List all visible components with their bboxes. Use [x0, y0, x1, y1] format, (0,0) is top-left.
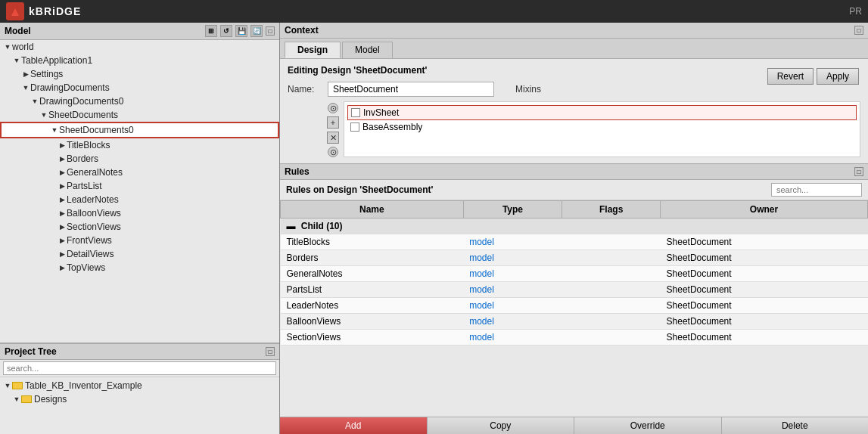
toggle-topviews[interactable]: ▶	[58, 263, 67, 272]
tree-item-frontviews[interactable]: ▶ FrontViews	[0, 234, 279, 247]
toggle-leadernotes[interactable]: ▶	[58, 195, 67, 204]
tree-item-settings[interactable]: ▶ Settings	[0, 67, 279, 81]
toggle-balloonviews[interactable]: ▶	[58, 209, 67, 218]
cell-type-0: model	[463, 234, 562, 250]
model-icon3[interactable]: 💾	[235, 25, 247, 37]
label-leadernotes: LeaderNotes	[67, 194, 119, 205]
toggle-detailviews[interactable]: ▶	[58, 250, 67, 259]
tab-design[interactable]: Design	[285, 42, 341, 58]
tree-item-world[interactable]: ▼ world	[0, 40, 279, 54]
project-item-designs[interactable]: ▼ Designs	[0, 392, 279, 406]
cell-type-4: model	[463, 298, 562, 314]
toggle-partslists[interactable]: ▶	[58, 181, 67, 191]
table-row[interactable]: BalloonViews model SheetDocument	[281, 314, 868, 330]
label-borders: Borders	[67, 153, 98, 164]
label-drawingdocs: DrawingDocuments	[30, 82, 110, 93]
model-icon1[interactable]: ⊞	[205, 25, 217, 37]
cell-name-6: SectionViews	[281, 330, 464, 346]
cell-flags-6	[562, 330, 661, 346]
toggle-drawingdocs0[interactable]: ▼	[30, 97, 39, 106]
model-icon4[interactable]: 🔄	[250, 25, 263, 37]
tree-item-sheetdocs[interactable]: ▼ SheetDocuments	[0, 108, 279, 122]
tree-item-titleblocks[interactable]: ▶ TitleBlocks	[0, 138, 279, 152]
label-detailviews: DetailViews	[67, 249, 114, 259]
cell-owner-3: SheetDocument	[661, 282, 868, 298]
rules-maximize[interactable]: □	[854, 167, 863, 176]
context-maximize[interactable]: □	[854, 26, 863, 35]
toggle-settings[interactable]: ▶	[21, 70, 30, 79]
rules-bottom-bar: Add Copy Override Delete	[280, 417, 868, 434]
project-panel-title: Project Tree	[5, 346, 57, 357]
tree-item-sheetdocs0[interactable]: ▼ SheetDocuments0	[0, 122, 279, 138]
mixin-btn-add[interactable]: +	[327, 116, 339, 129]
table-row[interactable]: PartsList model SheetDocument	[281, 282, 868, 298]
rules-subtitle: Rules on Design 'SheetDocument'	[286, 184, 433, 195]
mixin-checkbox-invsheet[interactable]	[351, 108, 360, 117]
tree-item-borders[interactable]: ▶ Borders	[0, 152, 279, 166]
label-balloonviews: BalloonViews	[67, 208, 121, 219]
mixin-item-invsheet[interactable]: InvSheet	[347, 105, 857, 120]
mixin-btn-remove[interactable]: ✕	[327, 132, 339, 144]
toggle-sheetdocs0[interactable]: ▼	[50, 126, 59, 135]
cell-flags-1	[562, 250, 661, 266]
toggle-borders[interactable]: ▶	[58, 154, 67, 163]
mixins-list: InvSheet BaseAssembly	[344, 101, 860, 157]
btn-add[interactable]: Add	[280, 417, 428, 434]
toggle-drawingdocs[interactable]: ▼	[21, 83, 30, 92]
table-row[interactable]: TitleBlocks model SheetDocument	[281, 234, 868, 250]
rules-section: Rules □ Rules on Design 'SheetDocument' …	[280, 164, 868, 434]
btn-override[interactable]: Override	[574, 417, 722, 434]
project-maximize[interactable]: □	[266, 347, 275, 356]
mixin-btn-circle-up[interactable]: ⊙	[328, 103, 338, 113]
model-icon2[interactable]: ↺	[220, 25, 232, 37]
toggle-titleblocks[interactable]: ▶	[58, 141, 67, 150]
name-input[interactable]	[328, 82, 494, 97]
rules-search-input[interactable]	[771, 183, 862, 197]
toggle-generalnotes[interactable]: ▶	[58, 168, 67, 177]
toggle-designs[interactable]: ▼	[12, 395, 21, 404]
tree-item-partslists[interactable]: ▶ PartsList	[0, 179, 279, 193]
group-collapse-icon[interactable]: ▬	[287, 221, 296, 231]
btn-delete[interactable]: Delete	[722, 417, 869, 434]
tree-item-generalnotes[interactable]: ▶ GeneralNotes	[0, 166, 279, 179]
mixin-checkbox-baseassembly[interactable]	[350, 122, 359, 132]
cell-owner-2: SheetDocument	[661, 266, 868, 282]
tree-item-tableapp[interactable]: ▼ TableApplication1	[0, 54, 279, 67]
toggle-table-kb[interactable]: ▼	[3, 381, 12, 390]
mixin-item-baseassembly[interactable]: BaseAssembly	[347, 120, 857, 134]
toggle-frontviews[interactable]: ▶	[58, 236, 67, 245]
toggle-sheetdocs[interactable]: ▼	[39, 110, 48, 119]
tree-item-balloonviews[interactable]: ▶ BalloonViews	[0, 206, 279, 220]
tab-model[interactable]: Model	[342, 42, 393, 58]
cell-name-2: GeneralNotes	[281, 266, 464, 282]
table-row[interactable]: LeaderNotes model SheetDocument	[281, 298, 868, 314]
rules-title: Rules	[285, 166, 310, 177]
btn-copy[interactable]: Copy	[428, 417, 575, 434]
revert-button[interactable]: Revert	[767, 68, 814, 85]
project-search-input[interactable]	[3, 361, 276, 375]
table-row[interactable]: Borders model SheetDocument	[281, 250, 868, 266]
model-maximize[interactable]: □	[266, 26, 275, 36]
label-titleblocks: TitleBlocks	[67, 140, 110, 150]
toggle-world[interactable]: ▼	[3, 42, 12, 51]
cell-owner-6: SheetDocument	[661, 330, 868, 346]
label-sheetdocs: SheetDocuments	[48, 110, 118, 120]
table-row[interactable]: SectionViews model SheetDocument	[281, 330, 868, 346]
tree-item-drawingdocs[interactable]: ▼ DrawingDocuments	[0, 81, 279, 95]
project-item-table[interactable]: ▼ Table_KB_Inventor_Example	[0, 379, 279, 392]
tree-item-sectionviews[interactable]: ▶ SectionViews	[0, 220, 279, 234]
tree-item-detailviews[interactable]: ▶ DetailViews	[0, 247, 279, 261]
toggle-tableapp[interactable]: ▼	[12, 56, 21, 65]
mixin-label-baseassembly: BaseAssembly	[362, 122, 422, 132]
tree-item-leadernotes[interactable]: ▶ LeaderNotes	[0, 193, 279, 206]
tree-item-topviews[interactable]: ▶ TopViews	[0, 261, 279, 274]
apply-button[interactable]: Apply	[817, 68, 859, 85]
tree-item-drawingdocs0[interactable]: ▼ DrawingDocuments0	[0, 95, 279, 108]
context-header: Context □	[280, 23, 868, 39]
toggle-sectionviews[interactable]: ▶	[58, 222, 67, 231]
mixin-btn-circle-down[interactable]: ⊙	[328, 147, 338, 157]
app-name: kBRiDGE	[29, 5, 81, 17]
label-generalnotes: GeneralNotes	[67, 167, 123, 178]
cell-owner-0: SheetDocument	[661, 234, 868, 250]
table-row[interactable]: GeneralNotes model SheetDocument	[281, 266, 868, 282]
